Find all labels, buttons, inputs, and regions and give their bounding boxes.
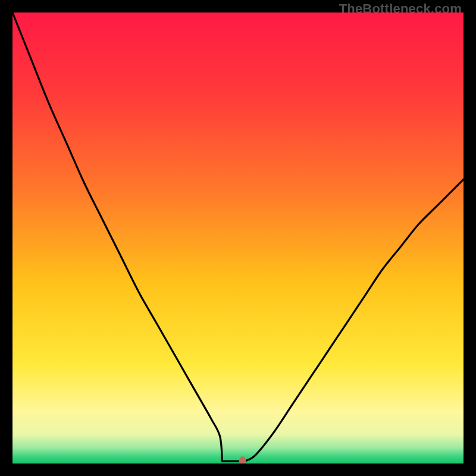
bottleneck-chart bbox=[12, 12, 464, 464]
plot-area bbox=[12, 12, 464, 464]
chart-frame: TheBottleneck.com bbox=[0, 0, 476, 476]
gradient-background bbox=[12, 12, 464, 464]
